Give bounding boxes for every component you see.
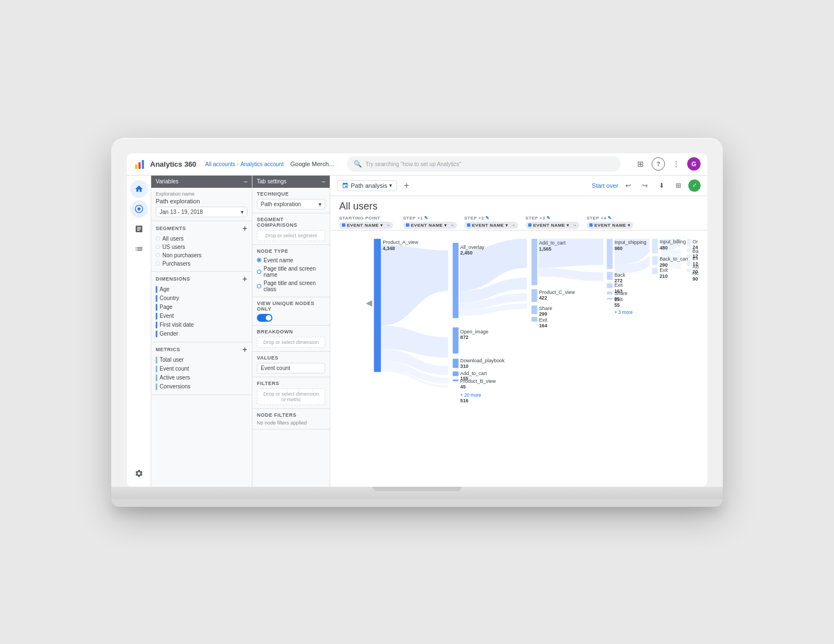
- node-exit-s5[interactable]: [687, 254, 691, 257]
- nav-settings[interactable]: [130, 465, 148, 482]
- tab-settings-header: Tab settings −: [252, 176, 330, 188]
- redo-icon[interactable]: ↪: [638, 179, 652, 192]
- node-value-share-s2: 299: [539, 311, 547, 317]
- back-arrow-icon[interactable]: ◀: [366, 298, 373, 307]
- variables-title: Variables: [156, 178, 178, 184]
- more-link-step3[interactable]: + 3 more: [614, 309, 633, 315]
- node-share-s3[interactable]: [607, 291, 612, 294]
- segment-drop-zone[interactable]: Drop or select segment: [257, 230, 325, 241]
- dim-page[interactable]: Page: [156, 303, 247, 312]
- radio-page-class: [257, 284, 261, 288]
- node-exit-s3[interactable]: [607, 283, 612, 288]
- node-value-exit-s2: 164: [539, 323, 547, 328]
- step0-event-selector[interactable]: Event name ▾ →: [339, 222, 393, 229]
- step3-event-selector[interactable]: Event name ▾ →: [525, 222, 579, 229]
- node-share-s2[interactable]: [532, 305, 537, 314]
- node-exit-s4[interactable]: [652, 267, 658, 273]
- dim-indicator: [156, 322, 157, 328]
- nav-home[interactable]: [130, 180, 148, 198]
- node-value-all-overlay: 2,450: [460, 249, 473, 255]
- search-bar[interactable]: 🔍 Try searching "how to set up Analytics…: [347, 156, 620, 172]
- exploration-name-section: Exploration name Path exploration Jan 13…: [151, 188, 252, 221]
- node-order-review[interactable]: [687, 238, 691, 246]
- node-back-to-cart[interactable]: [652, 256, 658, 265]
- app-title: Analytics 360: [150, 160, 196, 168]
- more-menu-icon[interactable]: ⋮: [669, 157, 683, 171]
- node-add-to-cart-s5[interactable]: [687, 260, 691, 266]
- step2-event-selector[interactable]: Event name ▾ →: [464, 222, 518, 229]
- metric-conversions[interactable]: Conversions: [156, 382, 247, 391]
- node-add-to-cart-s2[interactable]: [532, 238, 537, 284]
- help-icon[interactable]: ?: [652, 157, 665, 171]
- step2-header: STEP +2 ✎ Event name ▾ →: [464, 216, 525, 229]
- dim-first-visit[interactable]: First visit date: [156, 321, 247, 330]
- segment-purchasers[interactable]: Purchasers: [156, 259, 247, 268]
- add-tab-btn[interactable]: +: [404, 181, 409, 191]
- variables-minimize[interactable]: −: [244, 178, 247, 185]
- filters-drop-zone[interactable]: Drop or select dimension or metric: [257, 388, 325, 405]
- node-home[interactable]: [687, 269, 691, 272]
- metrics-add-btn[interactable]: +: [242, 346, 247, 353]
- tab-settings-minimize[interactable]: −: [321, 178, 325, 185]
- technique-label: TECHNIQUE: [257, 191, 325, 197]
- node-add-to-cart-s1[interactable]: [453, 371, 458, 376]
- dim-age[interactable]: Age: [156, 285, 247, 294]
- variables-panel: Variables − Exploration name Path explor…: [151, 176, 252, 487]
- node-download-playbook[interactable]: [453, 358, 458, 368]
- node-input-shipping[interactable]: [607, 238, 612, 268]
- node-back-to-shipping[interactable]: [687, 248, 691, 252]
- viz-toolbar: Path analysis ▾ + Start over ↩ ↪ ⬇ ⊞ ✓: [330, 176, 707, 196]
- undo-icon[interactable]: ↩: [622, 179, 635, 192]
- metric-indicator: [156, 357, 157, 363]
- dim-gender[interactable]: Gender: [156, 330, 247, 338]
- values-select[interactable]: Event count: [257, 363, 325, 373]
- node-back-s3[interactable]: [607, 272, 612, 280]
- segment-all-users[interactable]: All users: [156, 234, 247, 243]
- metric-total-user[interactable]: Total user: [156, 356, 247, 365]
- nav-reports[interactable]: [130, 220, 148, 238]
- unique-nodes-toggle[interactable]: [257, 314, 272, 322]
- path-analysis-tab[interactable]: Path analysis ▾: [337, 180, 397, 191]
- technique-select[interactable]: Path exploration ▾: [257, 199, 325, 209]
- dimensions-add-btn[interactable]: +: [242, 275, 247, 283]
- segments-add-btn[interactable]: +: [242, 224, 247, 232]
- start-over-link[interactable]: Start over: [592, 182, 618, 189]
- green-check-icon[interactable]: ✓: [688, 179, 701, 192]
- dimensions-label: DIMENSIONS +: [156, 275, 247, 283]
- node-exit2-s3[interactable]: [607, 298, 612, 299]
- breakdown-section: BREAKDOWN Drop or select dimension: [252, 326, 330, 352]
- segment-us-users[interactable]: US users: [156, 243, 247, 251]
- download-icon[interactable]: ⬇: [655, 179, 668, 192]
- metric-active-users[interactable]: Active users: [156, 373, 247, 382]
- nav-explore[interactable]: [130, 200, 148, 218]
- grid-icon[interactable]: ⊞: [634, 157, 647, 171]
- node-type-page-title-screen[interactable]: Page title and screen name: [257, 264, 325, 279]
- date-range-selector[interactable]: Jan 13 - 19, 2018 ▾: [156, 207, 247, 217]
- segments-section: SEGMENTS + All users US users Non purcha…: [151, 221, 252, 272]
- metrics-section: METRICS + Total user Event count Active …: [151, 342, 252, 395]
- node-open-image[interactable]: [453, 327, 458, 353]
- nav-list[interactable]: [130, 240, 148, 258]
- dim-country[interactable]: Country: [156, 294, 247, 303]
- node-input-billing[interactable]: [652, 238, 658, 253]
- node-type-event-name[interactable]: Event name: [257, 256, 325, 264]
- node-all-overlay[interactable]: [453, 243, 458, 318]
- step4-header: STEP +4 ✎ Event name ▾: [587, 216, 648, 229]
- metric-event-count[interactable]: Event count: [156, 365, 247, 373]
- breakdown-drop-zone[interactable]: Drop or select dimension: [257, 337, 325, 348]
- grid-view-icon[interactable]: ⊞: [672, 179, 685, 192]
- step4-event-selector[interactable]: Event name ▾: [587, 222, 633, 229]
- all-accounts-link[interactable]: All accounts: [205, 161, 235, 167]
- avatar[interactable]: G: [687, 157, 701, 171]
- account-link[interactable]: Analytics account: [240, 161, 284, 167]
- dim-event[interactable]: Event: [156, 312, 247, 321]
- node-exit-s2[interactable]: [532, 317, 537, 321]
- segment-non-purchasers[interactable]: Non purchasers: [156, 251, 247, 259]
- node-product-b-view[interactable]: [453, 380, 458, 381]
- node-product-a-view[interactable]: [374, 238, 381, 372]
- step1-event-selector[interactable]: Event name ▾ →: [403, 222, 457, 229]
- node-type-page-class[interactable]: Page title and screen class: [257, 279, 325, 293]
- more-value-step1: 516: [460, 397, 469, 403]
- node-product-c-view[interactable]: [532, 289, 537, 302]
- node-value-product-b: 45: [460, 383, 466, 389]
